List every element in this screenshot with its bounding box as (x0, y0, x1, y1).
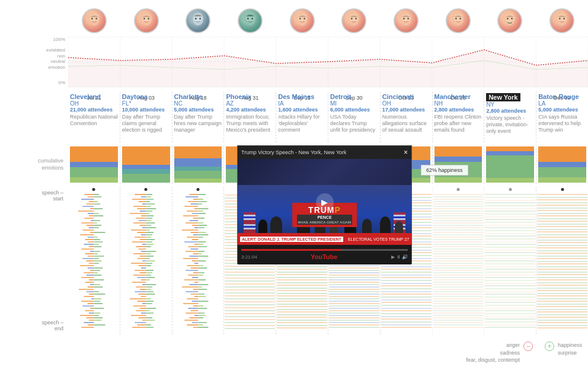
svg-rect-166 (146, 208, 156, 209)
svg-rect-339 (193, 305, 198, 307)
svg-rect-88 (94, 239, 100, 240)
svg-point-6 (143, 18, 145, 20)
svg-point-15 (251, 18, 253, 20)
svg-rect-325 (198, 284, 208, 285)
svg-rect-212 (138, 265, 146, 266)
svg-rect-104 (87, 260, 94, 261)
svg-rect-281 (198, 222, 203, 224)
svg-rect-271 (198, 208, 208, 209)
svg-rect-351 (191, 322, 198, 323)
svg-rect-106 (89, 263, 94, 264)
svg-rect-77 (87, 225, 94, 226)
svg-rect-185 (137, 232, 146, 233)
svg-rect-111 (90, 270, 94, 271)
svg-rect-114 (94, 272, 97, 273)
svg-rect-344 (186, 312, 198, 314)
video-play-button[interactable]: ▶ (316, 193, 334, 211)
svg-rect-195 (142, 244, 146, 245)
svg-rect-66 (94, 208, 103, 209)
svg-rect-97 (94, 251, 100, 252)
svg-rect-133 (81, 301, 94, 302)
avatar-detroit (328, 3, 381, 39)
avatar-manchester (432, 3, 484, 39)
svg-rect-153 (135, 194, 146, 195)
svg-rect-83 (94, 232, 105, 233)
svg-rect-343 (190, 310, 198, 311)
video-close-button[interactable]: × (404, 148, 408, 157)
svg-rect-207 (146, 258, 149, 259)
avatar-charlotte (172, 3, 224, 39)
svg-rect-180 (146, 225, 151, 226)
svg-rect-213 (146, 265, 151, 266)
svg-rect-112 (94, 270, 100, 271)
svg-point-26 (403, 18, 405, 20)
svg-rect-354 (198, 324, 203, 326)
svg-rect-91 (84, 244, 94, 245)
svg-rect-94 (94, 246, 101, 247)
svg-rect-233 (146, 291, 154, 292)
svg-rect-329 (198, 289, 207, 290)
svg-rect-208 (142, 260, 146, 261)
svg-rect-183 (131, 229, 146, 231)
svg-rect-307 (183, 258, 198, 259)
svg-rect-122 (94, 284, 100, 285)
svg-rect-231 (146, 289, 151, 290)
svg-rect-317 (198, 272, 204, 273)
speech-start-dot-daytona (145, 188, 148, 191)
svg-rect-164 (146, 206, 151, 207)
svg-rect-150 (88, 324, 94, 326)
svg-rect-78 (94, 225, 101, 226)
city-newyork: New York NY 2,800 attendees Victory spee… (484, 92, 536, 142)
svg-rect-193 (132, 241, 146, 243)
video-progress-bar[interactable] (241, 249, 408, 251)
svg-rect-59 (81, 199, 94, 200)
video-ticker-label: ALERT: DONALD J. TRUMP ELECTED PRESIDENT (240, 237, 343, 242)
video-overlay[interactable]: Trump Victory Speech - New York, New Yor… (237, 145, 412, 264)
avatars-row (68, 3, 588, 39)
speech-chart-manchester (432, 187, 484, 334)
svg-rect-352 (198, 322, 207, 323)
svg-rect-201 (146, 251, 156, 252)
svg-rect-105 (94, 260, 101, 261)
speech-chart-cleveland (68, 187, 120, 334)
svg-rect-288 (198, 232, 206, 233)
svg-rect-285 (198, 227, 204, 228)
svg-rect-107 (94, 263, 98, 264)
svg-rect-64 (82, 206, 94, 207)
svg-rect-197 (136, 246, 146, 247)
svg-rect-138 (90, 308, 94, 309)
svg-rect-56 (94, 194, 98, 195)
svg-rect-74 (94, 220, 100, 221)
svg-marker-54 (68, 50, 588, 87)
svg-rect-276 (183, 215, 198, 216)
svg-rect-140 (85, 310, 94, 311)
svg-rect-279 (189, 220, 198, 221)
video-flag-left (244, 212, 255, 233)
svg-rect-179 (140, 225, 146, 226)
legend-pos-labels: happinesssurprise (558, 342, 582, 356)
svg-rect-210 (131, 263, 146, 264)
svg-rect-154 (146, 194, 152, 195)
speech-start-dot-cleveland (92, 188, 95, 191)
svg-rect-283 (198, 225, 207, 226)
svg-rect-196 (146, 244, 154, 245)
person-silhouette-10 (395, 221, 403, 234)
svg-rect-256 (137, 324, 146, 326)
svg-rect-85 (88, 237, 94, 238)
svg-rect-118 (89, 279, 94, 280)
svg-rect-314 (198, 267, 207, 269)
emotion-bar-charlotte (172, 145, 224, 184)
video-progress-fill (241, 249, 341, 251)
svg-rect-155 (141, 196, 146, 197)
svg-rect-227 (146, 284, 156, 285)
svg-rect-300 (190, 248, 198, 250)
video-ticker: ALERT: DONALD J. TRUMP ELECTED PRESIDENT… (238, 233, 411, 245)
y-label-100: 100% (53, 37, 65, 42)
svg-rect-194 (146, 241, 152, 243)
city-detroit: Detroit MI 6,000 attendees USA Today dec… (328, 92, 380, 142)
svg-rect-156 (146, 196, 151, 197)
speech-start-dot-newyork (509, 188, 512, 191)
y-label-exhibited: exhibitednonneutralemotion (46, 47, 65, 70)
svg-rect-219 (133, 275, 146, 276)
svg-rect-263 (193, 199, 198, 200)
